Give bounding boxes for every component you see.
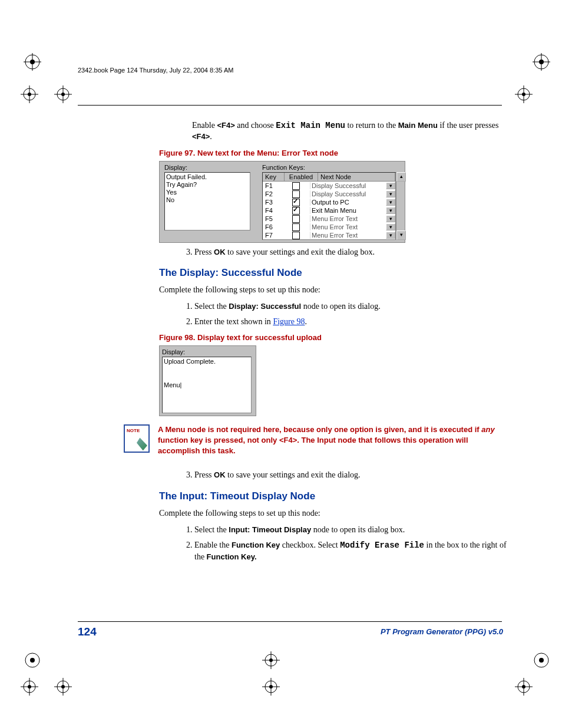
key-f4: <F4> bbox=[192, 132, 210, 141]
intro-paragraph: Enable <F4> and choose Exit Main Menu to… bbox=[192, 120, 507, 143]
col-enabled[interactable]: Enabled bbox=[285, 173, 318, 181]
crop-mark-icon bbox=[515, 678, 533, 696]
section1-intro: Complete the following steps to set up t… bbox=[159, 285, 507, 296]
display-textarea[interactable]: Upload Complete. Menu| bbox=[162, 357, 252, 413]
svg-point-35 bbox=[28, 685, 31, 689]
page-number: 124 bbox=[78, 625, 97, 638]
section-heading-display-successful: The Display: Successful Node bbox=[159, 267, 507, 279]
dropdown-icon[interactable]: ▾ bbox=[386, 223, 395, 230]
fk-next-node: Menu Error Text bbox=[310, 232, 386, 239]
crop-mark-icon bbox=[533, 651, 550, 669]
crop-mark-icon bbox=[54, 85, 72, 103]
section1-step-3: Press OK to save your settings and exit … bbox=[194, 469, 507, 481]
display-label: Display: bbox=[164, 164, 250, 171]
section2-step-2: Enable the Function Key checkbox. Select… bbox=[194, 539, 507, 563]
fk-key: F4 bbox=[263, 207, 282, 214]
section1-step-2: Enter the text shown in Figure 98. bbox=[194, 316, 507, 328]
figure-98-dialog: Display: Upload Complete. Menu| bbox=[159, 345, 256, 416]
dropdown-icon[interactable]: ▾ bbox=[386, 207, 395, 214]
ok-text: OK bbox=[214, 470, 226, 479]
fk-enabled-checkbox[interactable] bbox=[282, 206, 310, 215]
col-next-node[interactable]: Next Node bbox=[318, 173, 395, 181]
function-key-row[interactable]: F5Menu Error Text▾ bbox=[263, 215, 395, 223]
function-key-row[interactable]: F2Display Successful▾ bbox=[263, 190, 395, 198]
col-key[interactable]: Key bbox=[263, 173, 285, 181]
svg-point-27 bbox=[269, 658, 273, 662]
crop-mark-icon bbox=[21, 85, 38, 103]
running-head: 2342.book Page 124 Thursday, July 22, 20… bbox=[78, 67, 233, 74]
fk-enabled-checkbox[interactable] bbox=[282, 198, 310, 206]
fk-enabled-checkbox[interactable] bbox=[282, 223, 310, 231]
header-rule bbox=[78, 105, 502, 106]
footer-rule bbox=[78, 621, 502, 622]
fk-key: F1 bbox=[263, 182, 282, 189]
svg-point-21 bbox=[30, 658, 35, 663]
fk-enabled-checkbox[interactable] bbox=[282, 182, 310, 190]
function-key-row[interactable]: F7Menu Error Text▾ bbox=[263, 231, 395, 239]
ok-text: OK bbox=[214, 248, 226, 256]
fk-next-node: Menu Error Text bbox=[310, 215, 386, 222]
figure-98-link[interactable]: Figure 98 bbox=[273, 317, 305, 326]
dropdown-icon[interactable]: ▾ bbox=[386, 190, 395, 197]
step-3: Press OK to save your settings and exit … bbox=[194, 246, 507, 258]
fk-enabled-checkbox[interactable] bbox=[282, 190, 310, 198]
figure-97-caption: Figure 97. New text for the Menu: Error … bbox=[159, 149, 507, 157]
svg-point-19 bbox=[522, 93, 525, 96]
dropdown-icon[interactable]: ▾ bbox=[386, 199, 395, 206]
fk-next-node: Display Successful bbox=[310, 190, 386, 197]
fk-next-node: Exit Main Menu bbox=[310, 207, 386, 214]
function-key-row[interactable]: F1Display Successful▾ bbox=[263, 182, 395, 190]
function-key-row[interactable]: F3Output to PC▾ bbox=[263, 198, 395, 206]
footer-title: PT Program Generator (PPG) v5.0 bbox=[381, 627, 503, 636]
main-menu-text: Main Menu bbox=[398, 121, 438, 130]
crop-mark-icon bbox=[262, 651, 280, 669]
note-text: A Menu node is not required here, becaus… bbox=[158, 424, 507, 456]
crop-mark-icon bbox=[21, 678, 38, 696]
section2-intro: Complete the following steps to set up t… bbox=[159, 508, 507, 519]
dropdown-icon[interactable]: ▾ bbox=[386, 182, 395, 189]
svg-point-43 bbox=[522, 685, 525, 689]
scroll-down-icon[interactable]: ▾ bbox=[396, 230, 406, 240]
scroll-up-icon[interactable]: ▴ bbox=[396, 172, 406, 182]
fk-key: F6 bbox=[263, 223, 282, 230]
section1-step-1: Select the Display: Successful node to o… bbox=[194, 301, 507, 312]
note-block: A Menu node is not required here, becaus… bbox=[124, 424, 507, 456]
function-key-row[interactable]: F4Exit Main Menu▾ bbox=[263, 206, 395, 215]
section2-step-1: Select the Input: Timeout Display node t… bbox=[194, 524, 507, 536]
crop-mark-icon bbox=[24, 53, 41, 71]
svg-point-31 bbox=[269, 685, 273, 689]
function-keys-table: Key Enabled Next Node F1Display Successf… bbox=[262, 172, 396, 240]
fk-enabled-checkbox[interactable] bbox=[282, 231, 310, 239]
svg-point-39 bbox=[61, 685, 65, 689]
svg-point-23 bbox=[539, 658, 544, 663]
exit-main-menu-text: Exit Main Menu bbox=[276, 121, 345, 130]
note-icon bbox=[124, 424, 150, 453]
figure-98-caption: Figure 98. Display text for successful u… bbox=[159, 333, 507, 342]
crop-mark-icon bbox=[54, 678, 72, 696]
fk-next-node: Output to PC bbox=[310, 199, 386, 206]
dropdown-icon[interactable]: ▾ bbox=[386, 215, 395, 222]
section-heading-input-timeout: The Input: Timeout Display Node bbox=[159, 490, 507, 502]
crop-mark-icon bbox=[515, 85, 533, 103]
fk-next-node: Display Successful bbox=[310, 182, 386, 189]
dropdown-icon[interactable]: ▾ bbox=[386, 232, 395, 239]
svg-point-11 bbox=[28, 93, 31, 96]
fk-key: F3 bbox=[263, 199, 282, 206]
crop-mark-icon bbox=[24, 651, 41, 669]
scrollbar[interactable]: ▴ ▾ bbox=[396, 172, 405, 240]
svg-point-15 bbox=[61, 93, 65, 96]
figure-97-dialog: Display: Output Failed. Try Again? Yes N… bbox=[159, 161, 405, 243]
fk-key: F5 bbox=[263, 215, 282, 222]
display-textarea[interactable]: Output Failed. Try Again? Yes No bbox=[164, 172, 250, 230]
crop-mark-icon bbox=[262, 678, 280, 696]
fk-enabled-checkbox[interactable] bbox=[282, 215, 310, 223]
fk-key: F2 bbox=[263, 190, 282, 197]
fk-key: F7 bbox=[263, 232, 282, 239]
function-keys-label: Function Keys: bbox=[262, 164, 405, 171]
display-label: Display: bbox=[162, 348, 253, 355]
crop-mark-icon bbox=[533, 53, 550, 71]
key-f4: <F4> bbox=[217, 121, 234, 130]
fk-next-node: Menu Error Text bbox=[310, 223, 386, 230]
function-key-row[interactable]: F6Menu Error Text▾ bbox=[263, 223, 395, 231]
